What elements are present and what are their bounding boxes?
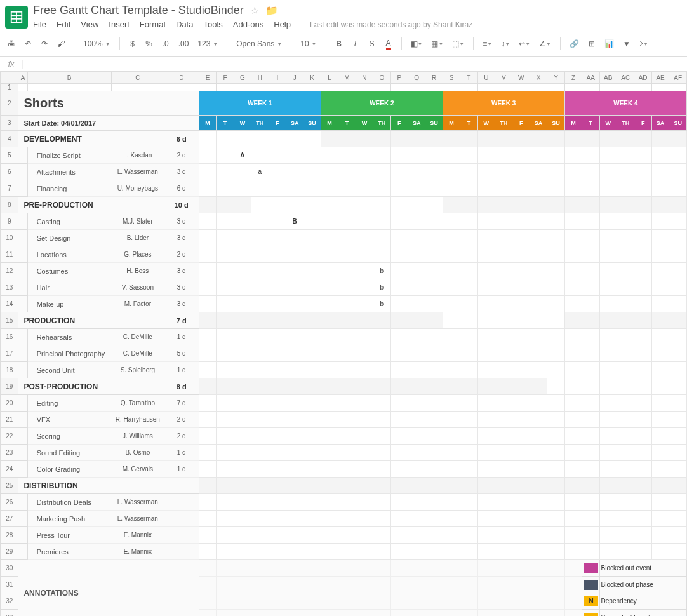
task-name[interactable]: Sound Editing xyxy=(27,445,111,461)
gantt-cell[interactable] xyxy=(217,197,234,213)
gantt-cell[interactable] xyxy=(495,494,512,511)
gantt-cell[interactable] xyxy=(669,478,687,494)
gantt-cell[interactable] xyxy=(425,428,443,445)
gantt-cell[interactable] xyxy=(512,511,530,527)
gantt-cell[interactable] xyxy=(564,147,582,164)
gantt-cell[interactable] xyxy=(251,131,269,147)
gantt-cell[interactable] xyxy=(582,263,599,279)
gantt-cell[interactable] xyxy=(269,478,286,494)
task-duration[interactable]: 1 d xyxy=(164,461,199,478)
cell[interactable] xyxy=(251,610,269,617)
gantt-cell[interactable] xyxy=(530,164,547,180)
row-header[interactable]: 13 xyxy=(1,279,18,296)
gantt-cell[interactable] xyxy=(547,197,564,213)
gantt-cell[interactable] xyxy=(234,378,251,395)
task-duration[interactable]: 3 d xyxy=(164,213,199,230)
gantt-cell[interactable] xyxy=(217,329,234,345)
gantt-cell[interactable] xyxy=(599,362,617,378)
gantt-cell[interactable] xyxy=(669,428,687,445)
gantt-cell[interactable] xyxy=(390,164,408,180)
gantt-cell[interactable] xyxy=(321,164,338,180)
gantt-cell[interactable] xyxy=(251,428,269,445)
cell[interactable] xyxy=(199,610,216,617)
gantt-cell[interactable] xyxy=(651,445,669,461)
gantt-cell[interactable] xyxy=(669,445,687,461)
col-header[interactable]: AC xyxy=(617,72,634,84)
task-owner[interactable]: V. Sassoon xyxy=(111,279,164,296)
gantt-cell[interactable] xyxy=(651,412,669,428)
gantt-cell[interactable] xyxy=(303,428,321,445)
gantt-cell[interactable] xyxy=(303,312,321,329)
day-header[interactable]: M xyxy=(443,116,460,131)
cell[interactable] xyxy=(303,84,321,91)
gantt-cell[interactable] xyxy=(617,312,634,329)
gantt-cell[interactable] xyxy=(530,395,547,412)
gantt-cell[interactable] xyxy=(199,362,216,378)
row-header[interactable]: 3 xyxy=(1,116,18,131)
cell[interactable] xyxy=(18,230,27,246)
cell[interactable] xyxy=(18,164,27,180)
gantt-cell[interactable] xyxy=(599,527,617,544)
gantt-cell[interactable] xyxy=(251,230,269,246)
cell[interactable] xyxy=(251,84,269,91)
cell[interactable] xyxy=(356,84,373,91)
task-owner[interactable]: L. Kasdan xyxy=(111,147,164,164)
gantt-cell[interactable] xyxy=(669,412,687,428)
row-header[interactable]: 16 xyxy=(1,329,18,345)
gantt-cell[interactable] xyxy=(408,478,425,494)
cell[interactable] xyxy=(512,610,530,617)
cell[interactable] xyxy=(443,560,460,577)
cell[interactable] xyxy=(321,593,338,610)
gantt-cell[interactable] xyxy=(321,428,338,445)
gantt-cell[interactable] xyxy=(651,131,669,147)
gantt-cell[interactable] xyxy=(408,445,425,461)
cell[interactable] xyxy=(564,560,582,577)
gantt-cell[interactable] xyxy=(199,147,216,164)
row-header[interactable]: 26 xyxy=(1,494,18,511)
task-duration[interactable] xyxy=(164,511,199,527)
menu-help[interactable]: Help xyxy=(274,20,291,29)
section-label[interactable]: DISTRIBUTION xyxy=(18,478,164,494)
gantt-cell[interactable] xyxy=(303,296,321,312)
gantt-cell[interactable] xyxy=(460,494,477,511)
gantt-cell[interactable] xyxy=(390,263,408,279)
task-duration[interactable]: 1 d xyxy=(164,445,199,461)
gantt-cell[interactable] xyxy=(443,478,460,494)
gantt-cell[interactable] xyxy=(530,197,547,213)
task-name[interactable]: Hair xyxy=(27,279,111,296)
gantt-cell[interactable] xyxy=(390,131,408,147)
gantt-cell[interactable] xyxy=(338,329,356,345)
gantt-cell[interactable] xyxy=(217,395,234,412)
cell[interactable] xyxy=(303,577,321,593)
row-header[interactable]: 8 xyxy=(1,197,18,213)
gantt-cell[interactable] xyxy=(512,345,530,362)
col-header[interactable]: K xyxy=(303,72,321,84)
gantt-cell[interactable] xyxy=(338,478,356,494)
v-align-icon[interactable]: ↕▼ xyxy=(498,36,512,52)
gantt-cell[interactable] xyxy=(425,412,443,428)
gantt-cell[interactable] xyxy=(321,345,338,362)
gantt-cell[interactable] xyxy=(651,312,669,329)
gantt-cell[interactable] xyxy=(303,527,321,544)
task-name[interactable]: Make-up xyxy=(27,296,111,312)
cell[interactable] xyxy=(425,560,443,577)
gantt-cell[interactable] xyxy=(564,131,582,147)
gantt-cell[interactable] xyxy=(512,180,530,197)
gantt-cell[interactable] xyxy=(373,197,390,213)
cell[interactable] xyxy=(373,577,390,593)
gantt-cell[interactable] xyxy=(599,213,617,230)
gantt-cell[interactable] xyxy=(512,428,530,445)
gantt-cell[interactable] xyxy=(512,395,530,412)
gantt-cell[interactable] xyxy=(582,527,599,544)
cell[interactable] xyxy=(547,84,564,91)
day-header[interactable]: SU xyxy=(303,116,321,131)
gantt-cell[interactable] xyxy=(564,296,582,312)
cell[interactable] xyxy=(477,610,495,617)
gantt-cell[interactable] xyxy=(373,445,390,461)
gantt-cell[interactable] xyxy=(512,246,530,263)
gantt-cell[interactable] xyxy=(425,378,443,395)
row-header[interactable]: 32 xyxy=(1,593,18,610)
cell[interactable] xyxy=(425,593,443,610)
gantt-cell[interactable] xyxy=(460,197,477,213)
gantt-cell[interactable] xyxy=(321,147,338,164)
